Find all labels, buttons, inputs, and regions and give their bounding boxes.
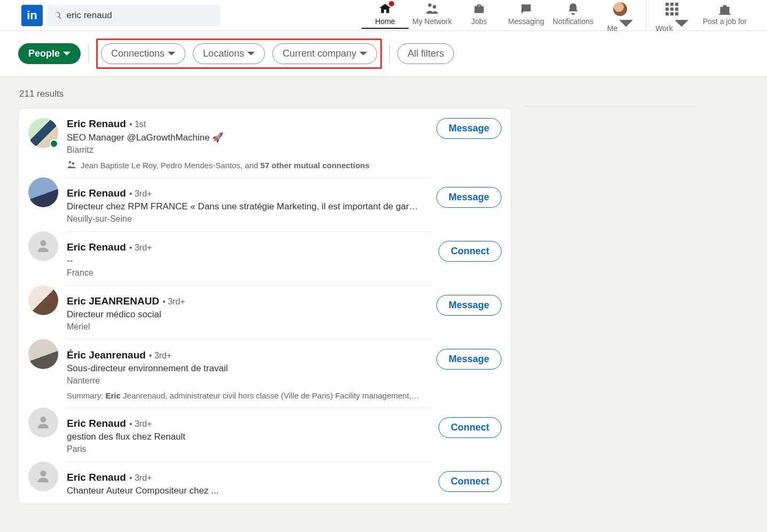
mutual-connections: Jean Baptiste Le Roy, Pedro Mendes-Santo… xyxy=(67,160,432,170)
nav-post-job[interactable]: Post a job for xyxy=(695,0,754,26)
caret-down-icon xyxy=(247,50,255,58)
result-location: Paris xyxy=(67,444,432,454)
result-action-col: Message xyxy=(432,285,502,332)
filter-locations[interactable]: Locations xyxy=(193,43,265,64)
result-headline: SEO Manager @LaGrowthMachine 🚀 xyxy=(67,132,419,143)
result-main: Eric Renaud• 3rd+--France xyxy=(67,231,432,278)
result-headline: Chanteur Auteur Compositeur chez ... xyxy=(67,486,419,496)
post-job-icon xyxy=(718,2,732,16)
result-headline: Directeur médico social xyxy=(67,309,419,320)
result-action-col: Message xyxy=(432,177,502,224)
result-main: Eric Renaud• 1stSEO Manager @LaGrowthMac… xyxy=(67,118,432,170)
connect-button[interactable]: Connect xyxy=(439,417,502,438)
result-name-link[interactable]: Eric Renaud xyxy=(67,418,126,429)
result-action-col: Message xyxy=(432,339,502,400)
highlighted-filter-group: Connections Locations Current company xyxy=(96,38,382,69)
filter-current-company[interactable]: Current company xyxy=(272,43,377,64)
result-headline: gestion des flux chez Renault xyxy=(67,432,419,442)
caret-down-icon xyxy=(619,17,633,31)
result-headline: Directeur chez RPM FRANCE « Dans une str… xyxy=(67,201,419,212)
connection-degree: • 1st xyxy=(129,120,146,129)
nav-work[interactable]: Work xyxy=(648,0,695,33)
message-button[interactable]: Message xyxy=(436,118,502,139)
result-avatar[interactable] xyxy=(28,177,58,207)
notification-badge xyxy=(388,0,395,7)
result-action-col: Message xyxy=(432,118,502,170)
global-header: in Home My Network Jobs Messaging Notifi… xyxy=(0,0,767,31)
result-main: Eric Renaud• 3rd+gestion des flux chez R… xyxy=(67,408,432,454)
connect-button[interactable]: Connect xyxy=(439,471,502,492)
caret-down-icon xyxy=(168,50,175,58)
results-card: Eric Renaud• 1stSEO Manager @LaGrowthMac… xyxy=(18,108,512,504)
filter-people[interactable]: People xyxy=(18,43,81,64)
result-headline: Sous-directeur environnement de travail xyxy=(67,363,419,374)
message-button[interactable]: Message xyxy=(436,187,502,208)
linkedin-logo[interactable]: in xyxy=(21,5,43,26)
result-location: France xyxy=(67,268,432,278)
result-action-col: Connect xyxy=(432,461,502,496)
result-summary: Summary: Eric Jeanrenaud, administrateur… xyxy=(67,391,419,400)
result-name-link[interactable]: Eric Renaud xyxy=(67,118,126,130)
network-icon xyxy=(425,2,439,16)
filter-all-filters[interactable]: All filters xyxy=(397,43,454,64)
nav-jobs[interactable]: Jobs xyxy=(456,0,503,26)
briefcase-icon xyxy=(472,2,486,16)
connection-degree: • 3rd+ xyxy=(129,189,152,199)
result-avatar[interactable] xyxy=(28,285,58,315)
search-result: Eric Renaud• 3rd+--FranceConnect xyxy=(28,231,502,285)
connection-degree: • 3rd+ xyxy=(129,419,152,429)
nav-me[interactable]: Me xyxy=(597,0,644,33)
caret-down-icon xyxy=(63,50,71,58)
people-icon xyxy=(67,160,76,170)
result-main: Éric Jeanrenaud• 3rd+Sous-directeur envi… xyxy=(67,339,432,400)
search-result: Eric JEANRENAUD• 3rd+Directeur médico so… xyxy=(28,285,502,339)
result-name-link[interactable]: Eric JEANRENAUD xyxy=(67,295,159,307)
nav-divider xyxy=(646,0,646,31)
result-location: Mériel xyxy=(67,322,432,332)
filter-connections[interactable]: Connections xyxy=(101,43,185,64)
nav-notifications[interactable]: Notifications xyxy=(550,0,597,26)
bell-icon xyxy=(566,2,580,16)
search-result: Éric Jeanrenaud• 3rd+Sous-directeur envi… xyxy=(28,339,502,408)
search-input[interactable] xyxy=(67,10,214,21)
result-action-col: Connect xyxy=(432,231,502,278)
nav-messaging[interactable]: Messaging xyxy=(503,0,550,26)
connection-degree: • 3rd+ xyxy=(129,473,152,483)
result-action-col: Connect xyxy=(432,408,502,454)
grid-icon xyxy=(666,3,678,15)
me-avatar xyxy=(613,2,627,16)
result-location: Neuilly-sur-Seine xyxy=(67,214,432,224)
search-filter-bar: People Connections Locations Current com… xyxy=(0,31,767,77)
result-headline: -- xyxy=(67,255,419,266)
result-avatar[interactable] xyxy=(28,231,58,261)
search-results-region: 211 results Eric Renaud• 1stSEO Manager … xyxy=(0,77,767,512)
search-box[interactable] xyxy=(47,5,220,26)
result-name-link[interactable]: Éric Jeanrenaud xyxy=(67,349,146,361)
connect-button[interactable]: Connect xyxy=(439,241,502,262)
result-main: Eric JEANRENAUD• 3rd+Directeur médico so… xyxy=(67,285,432,332)
search-result: Eric Renaud• 1stSEO Manager @LaGrowthMac… xyxy=(28,108,502,177)
result-avatar[interactable] xyxy=(28,461,58,491)
result-avatar[interactable] xyxy=(28,118,58,148)
right-rail-placeholder xyxy=(526,106,696,110)
filter-divider xyxy=(389,45,390,63)
message-button[interactable]: Message xyxy=(436,349,502,370)
primary-nav: Home My Network Jobs Messaging Notificat… xyxy=(362,0,754,31)
result-name-link[interactable]: Eric Renaud xyxy=(67,472,126,483)
caret-down-icon xyxy=(359,50,367,58)
message-button[interactable]: Message xyxy=(436,295,502,316)
nav-network[interactable]: My Network xyxy=(409,0,456,26)
presence-indicator xyxy=(50,139,58,148)
message-icon xyxy=(519,2,533,16)
result-name-link[interactable]: Eric Renaud xyxy=(67,187,126,199)
search-icon xyxy=(53,11,62,20)
result-main: Eric Renaud• 3rd+Chanteur Auteur Composi… xyxy=(67,461,432,496)
search-result: Eric Renaud• 3rd+gestion des flux chez R… xyxy=(28,408,502,461)
result-avatar[interactable] xyxy=(28,339,58,369)
connection-degree: • 3rd+ xyxy=(149,351,172,361)
connection-degree: • 3rd+ xyxy=(129,243,152,253)
nav-home[interactable]: Home xyxy=(362,0,409,26)
result-avatar[interactable] xyxy=(28,408,58,437)
result-name-link[interactable]: Eric Renaud xyxy=(67,241,126,253)
result-location: Nanterre xyxy=(67,376,432,386)
